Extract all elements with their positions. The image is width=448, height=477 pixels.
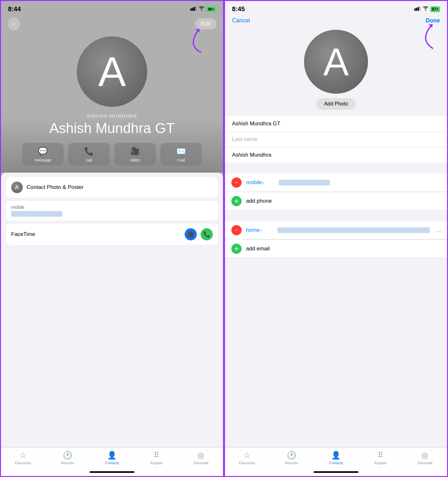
video-label: video <box>130 158 140 162</box>
cancel-button[interactable]: Cancel <box>232 17 250 24</box>
recents-icon-right: 🕐 <box>287 451 296 460</box>
signal-icon <box>190 6 197 12</box>
right-signal-icon <box>414 6 421 12</box>
right-battery-indicator: 87+ <box>430 6 440 12</box>
back-button[interactable]: ‹ <box>7 17 20 30</box>
tab-recents-left[interactable]: 🕐 Recents <box>45 451 90 465</box>
home-type-button[interactable]: home › <box>246 227 275 233</box>
add-email-button[interactable]: + <box>231 244 242 254</box>
mobile-row[interactable]: mobile <box>6 201 218 221</box>
mobile-type-label: mobile <box>246 179 262 186</box>
right-status-bar: 8:45 87+ <box>225 1 447 15</box>
first-name-field[interactable]: Ashish Mundhra GT <box>225 116 447 132</box>
tab-contacts-left[interactable]: 👤 Contacts <box>90 451 134 465</box>
favourites-label-left: Favourites <box>15 461 31 465</box>
mobile-number-blurred <box>11 211 62 217</box>
tab-contacts-right[interactable]: 👤 Contacts <box>314 451 358 465</box>
mobile-number-field[interactable] <box>275 176 447 189</box>
left-status-icons: 86+ <box>190 6 216 12</box>
keypad-icon-left: ⠿ <box>154 451 159 460</box>
email-dots: … <box>436 227 442 234</box>
message-button[interactable]: 💬 message <box>22 143 64 166</box>
email-section: − home › … + add email <box>225 216 447 258</box>
call-icon: 📞 <box>84 147 94 156</box>
arrow-annotation <box>178 27 207 57</box>
facetime-row: FaceTime 🎥 📞 <box>6 224 218 245</box>
add-phone-row[interactable]: + add phone <box>225 192 447 210</box>
favourites-label-right: Favourites <box>239 461 255 465</box>
contacts-label-left: Contacts <box>105 461 119 465</box>
mail-button[interactable]: ✉️ mail <box>160 143 202 166</box>
svg-rect-7 <box>416 8 417 11</box>
tab-recents-right[interactable]: 🕐 Recents <box>269 451 314 465</box>
form-section: Ashish Mundhra GT Last name Ashish Mundh… <box>225 116 447 163</box>
tab-voicemail-left[interactable]: ◎ Voicemail <box>179 451 223 465</box>
contact-photo-poster-row[interactable]: A Contact Photo & Poster <box>6 177 218 198</box>
svg-rect-1 <box>192 8 193 11</box>
home-email-row: − home › … <box>225 221 447 239</box>
remove-home-email-button[interactable]: − <box>231 225 242 235</box>
wifi-icon <box>199 6 204 12</box>
mobile-phone-row: − mobile › <box>225 174 447 192</box>
company-field[interactable]: Ashish Mundhra <box>225 147 447 163</box>
video-icon: 🎥 <box>130 147 140 156</box>
svg-rect-2 <box>194 7 195 11</box>
tab-favourites-right[interactable]: ☆ Favourites <box>225 451 269 465</box>
avatar-letter: A <box>98 51 126 92</box>
lower-content: A Contact Photo & Poster mobile FaceTime… <box>1 173 223 476</box>
mobile-number-blurred <box>279 180 330 185</box>
voicemail-label-right: Voicemail <box>417 461 432 465</box>
contact-avatar-large: A <box>77 36 147 107</box>
right-arrow-annotation <box>412 23 441 53</box>
video-button[interactable]: 🎥 video <box>114 143 156 166</box>
contact-photo-poster-card[interactable]: A Contact Photo & Poster <box>6 177 218 198</box>
home-indicator-right <box>314 471 358 473</box>
svg-rect-9 <box>419 6 420 11</box>
contacts-icon-left: 👤 <box>107 451 117 460</box>
tab-keypad-right[interactable]: ⠿ Keypad <box>358 451 403 465</box>
facetime-phone-button[interactable]: 📞 <box>201 228 213 240</box>
call-label: call <box>86 158 92 162</box>
edit-contact-avatar[interactable]: A <box>304 30 368 94</box>
call-button[interactable]: 📞 call <box>68 143 110 166</box>
keypad-label-right: Keypad <box>374 461 386 465</box>
email-blurred <box>277 227 430 233</box>
facetime-card: FaceTime 🎥 📞 <box>6 224 218 245</box>
first-name-value: Ashish Mundhra GT <box>232 121 280 127</box>
svg-rect-0 <box>190 8 192 11</box>
contact-title-large: Ashish Mundhra GT <box>49 121 174 136</box>
voicemail-icon-left: ◎ <box>197 451 204 460</box>
remove-mobile-button[interactable]: − <box>231 177 242 188</box>
facetime-video-button[interactable]: 🎥 <box>185 228 197 240</box>
add-email-row[interactable]: + add email <box>225 240 447 258</box>
add-photo-button[interactable]: Add Photo <box>316 98 356 110</box>
message-label: message <box>35 158 52 162</box>
tab-keypad-left[interactable]: ⠿ Keypad <box>134 451 179 465</box>
last-name-field[interactable]: Last name <box>225 132 447 147</box>
home-type-label: home <box>246 227 260 233</box>
tab-voicemail-right[interactable]: ◎ Voicemail <box>403 451 447 465</box>
recents-icon-left: 🕐 <box>63 451 72 460</box>
mobile-label: mobile <box>11 205 213 210</box>
mobile-info-card: mobile <box>6 201 218 221</box>
message-icon: 💬 <box>38 147 48 156</box>
add-phone-button[interactable]: + <box>231 196 242 206</box>
favourites-icon-left: ☆ <box>20 451 27 460</box>
last-name-placeholder: Last name <box>232 136 257 142</box>
action-buttons-row: 💬 message 📞 call 🎥 video ✉️ mail <box>7 143 217 166</box>
facetime-label: FaceTime <box>11 231 35 238</box>
mobile-type-button[interactable]: mobile › <box>246 179 275 186</box>
battery-indicator: 86+ <box>206 6 216 12</box>
recents-label-right: Recents <box>285 461 298 465</box>
left-time: 8:44 <box>8 5 21 13</box>
contact-poster-avatar: A <box>11 182 23 193</box>
contacts-icon-right: 👤 <box>331 451 341 460</box>
add-email-label: add email <box>246 246 270 252</box>
mail-label: mail <box>177 158 185 162</box>
facetime-phone-icon: 📞 <box>203 231 210 238</box>
contact-photo-poster-label: Contact Photo & Poster <box>27 184 84 191</box>
facetime-icons: 🎥 📞 <box>185 228 213 240</box>
contact-subtitle: ASHISH MUNDHRA <box>87 113 137 119</box>
keypad-icon-right: ⠿ <box>378 451 383 460</box>
tab-favourites-left[interactable]: ☆ Favourites <box>1 451 45 465</box>
